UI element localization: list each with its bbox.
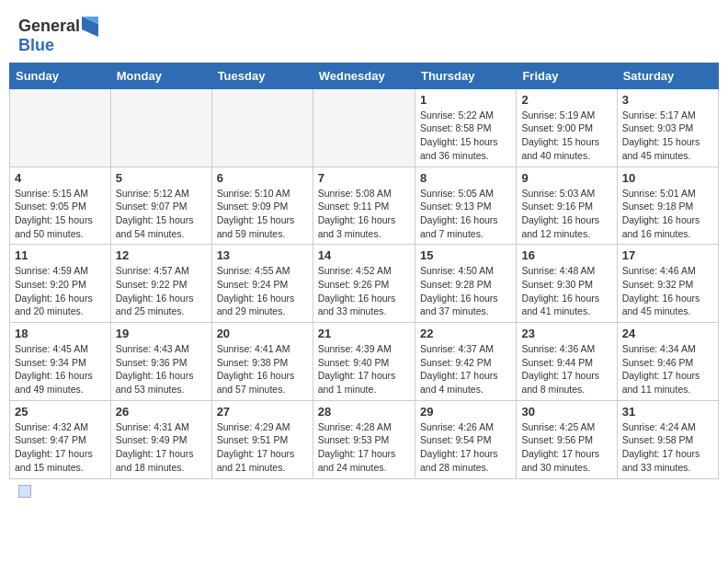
day-number: 31 (622, 405, 713, 419)
day-number: 27 (217, 405, 308, 419)
day-info: Sunrise: 4:37 AM Sunset: 9:42 PM Dayligh… (420, 342, 511, 396)
day-info: Sunrise: 4:29 AM Sunset: 9:51 PM Dayligh… (217, 420, 308, 475)
day-number: 4 (15, 171, 106, 185)
calendar-cell (313, 88, 415, 167)
day-number: 24 (622, 327, 713, 340)
day-info: Sunrise: 4:25 AM Sunset: 9:56 PM Dayligh… (521, 420, 611, 475)
weekday-header-thursday: Thursday (415, 63, 516, 88)
calendar-cell: 5Sunrise: 5:12 AM Sunset: 9:07 PM Daylig… (110, 167, 211, 245)
day-info: Sunrise: 5:19 AM Sunset: 9:00 PM Dayligh… (521, 109, 611, 163)
day-info: Sunrise: 4:41 AM Sunset: 9:38 PM Dayligh… (217, 342, 308, 396)
logo-general: General (18, 17, 80, 36)
day-number: 9 (521, 171, 611, 185)
day-number: 20 (217, 327, 308, 340)
day-info: Sunrise: 4:24 AM Sunset: 9:58 PM Dayligh… (622, 420, 713, 475)
calendar-cell: 7Sunrise: 5:08 AM Sunset: 9:11 PM Daylig… (313, 167, 415, 245)
day-number: 29 (420, 405, 511, 419)
day-number: 13 (217, 248, 308, 262)
calendar-cell: 8Sunrise: 5:05 AM Sunset: 9:13 PM Daylig… (415, 167, 516, 245)
logo-icon (82, 17, 98, 37)
calendar-cell: 10Sunrise: 5:01 AM Sunset: 9:18 PM Dayli… (617, 167, 718, 245)
calendar-cell: 17Sunrise: 4:46 AM Sunset: 9:32 PM Dayli… (617, 245, 718, 323)
day-info: Sunrise: 5:03 AM Sunset: 9:16 PM Dayligh… (521, 187, 611, 241)
day-number: 16 (521, 248, 611, 262)
day-number: 21 (318, 327, 410, 340)
day-info: Sunrise: 4:57 AM Sunset: 9:22 PM Dayligh… (116, 264, 207, 318)
day-info: Sunrise: 4:31 AM Sunset: 9:49 PM Dayligh… (116, 420, 207, 475)
day-info: Sunrise: 4:34 AM Sunset: 9:46 PM Dayligh… (622, 342, 713, 396)
calendar-cell: 2Sunrise: 5:19 AM Sunset: 9:00 PM Daylig… (517, 88, 617, 167)
calendar-cell (10, 88, 111, 167)
day-number: 6 (217, 171, 308, 185)
day-number: 15 (420, 248, 511, 262)
day-info: Sunrise: 4:59 AM Sunset: 9:20 PM Dayligh… (15, 264, 106, 318)
calendar-cell: 24Sunrise: 4:34 AM Sunset: 9:46 PM Dayli… (617, 323, 718, 401)
day-number: 17 (622, 248, 713, 262)
week-row-5: 25Sunrise: 4:32 AM Sunset: 9:47 PM Dayli… (10, 400, 719, 478)
calendar-cell: 29Sunrise: 4:26 AM Sunset: 9:54 PM Dayli… (415, 400, 516, 478)
calendar-cell: 19Sunrise: 4:43 AM Sunset: 9:36 PM Dayli… (110, 323, 211, 401)
weekday-header-monday: Monday (110, 63, 211, 88)
day-info: Sunrise: 4:45 AM Sunset: 9:34 PM Dayligh… (15, 342, 106, 396)
logo: General Blue (18, 17, 98, 55)
week-row-1: 1Sunrise: 5:22 AM Sunset: 8:58 PM Daylig… (10, 88, 719, 167)
calendar-cell (110, 88, 211, 167)
day-number: 23 (521, 327, 611, 340)
day-number: 5 (116, 171, 207, 185)
weekday-header-sunday: Sunday (10, 63, 111, 88)
calendar-table: SundayMondayTuesdayWednesdayThursdayFrid… (9, 63, 719, 479)
day-info: Sunrise: 4:50 AM Sunset: 9:28 PM Dayligh… (420, 264, 511, 318)
calendar-cell: 26Sunrise: 4:31 AM Sunset: 9:49 PM Dayli… (110, 400, 211, 478)
footer (9, 479, 719, 498)
calendar-cell: 25Sunrise: 4:32 AM Sunset: 9:47 PM Dayli… (10, 400, 111, 478)
day-info: Sunrise: 5:05 AM Sunset: 9:13 PM Dayligh… (420, 187, 511, 241)
day-number: 11 (15, 248, 106, 262)
day-info: Sunrise: 5:22 AM Sunset: 8:58 PM Dayligh… (420, 109, 511, 163)
day-number: 30 (521, 405, 611, 419)
day-number: 22 (420, 327, 511, 340)
day-info: Sunrise: 5:12 AM Sunset: 9:07 PM Dayligh… (116, 187, 207, 241)
day-info: Sunrise: 4:48 AM Sunset: 9:30 PM Dayligh… (521, 264, 611, 318)
day-number: 1 (420, 93, 511, 107)
calendar-cell: 4Sunrise: 5:15 AM Sunset: 9:05 PM Daylig… (10, 167, 111, 245)
calendar-cell: 27Sunrise: 4:29 AM Sunset: 9:51 PM Dayli… (211, 400, 313, 478)
day-info: Sunrise: 5:10 AM Sunset: 9:09 PM Dayligh… (217, 187, 308, 241)
calendar-cell: 3Sunrise: 5:17 AM Sunset: 9:03 PM Daylig… (617, 88, 718, 167)
day-number: 2 (521, 93, 611, 107)
calendar-cell: 14Sunrise: 4:52 AM Sunset: 9:26 PM Dayli… (313, 245, 415, 323)
day-info: Sunrise: 5:17 AM Sunset: 9:03 PM Dayligh… (622, 109, 713, 163)
day-number: 26 (116, 405, 207, 419)
day-number: 3 (622, 93, 713, 107)
day-info: Sunrise: 5:01 AM Sunset: 9:18 PM Dayligh… (622, 187, 713, 241)
day-info: Sunrise: 4:46 AM Sunset: 9:32 PM Dayligh… (622, 264, 713, 318)
week-row-4: 18Sunrise: 4:45 AM Sunset: 9:34 PM Dayli… (10, 323, 719, 401)
calendar-cell: 9Sunrise: 5:03 AM Sunset: 9:16 PM Daylig… (517, 167, 617, 245)
calendar-cell: 18Sunrise: 4:45 AM Sunset: 9:34 PM Dayli… (10, 323, 111, 401)
calendar-cell: 12Sunrise: 4:57 AM Sunset: 9:22 PM Dayli… (110, 245, 211, 323)
day-info: Sunrise: 4:39 AM Sunset: 9:40 PM Dayligh… (318, 342, 410, 396)
calendar-cell: 6Sunrise: 5:10 AM Sunset: 9:09 PM Daylig… (211, 167, 313, 245)
daylight-legend-box (18, 485, 31, 498)
day-info: Sunrise: 4:28 AM Sunset: 9:53 PM Dayligh… (318, 420, 410, 475)
calendar-cell: 13Sunrise: 4:55 AM Sunset: 9:24 PM Dayli… (211, 245, 313, 323)
calendar-cell (211, 88, 313, 167)
day-number: 12 (116, 248, 207, 262)
header: General Blue (9, 9, 719, 59)
week-row-3: 11Sunrise: 4:59 AM Sunset: 9:20 PM Dayli… (10, 245, 719, 323)
day-info: Sunrise: 4:55 AM Sunset: 9:24 PM Dayligh… (217, 264, 308, 318)
weekday-header-wednesday: Wednesday (313, 63, 415, 88)
day-number: 14 (318, 248, 410, 262)
calendar-cell: 30Sunrise: 4:25 AM Sunset: 9:56 PM Dayli… (517, 400, 617, 478)
day-info: Sunrise: 4:36 AM Sunset: 9:44 PM Dayligh… (521, 342, 611, 396)
calendar-cell: 22Sunrise: 4:37 AM Sunset: 9:42 PM Dayli… (415, 323, 516, 401)
calendar-cell: 21Sunrise: 4:39 AM Sunset: 9:40 PM Dayli… (313, 323, 415, 401)
calendar-cell: 23Sunrise: 4:36 AM Sunset: 9:44 PM Dayli… (517, 323, 617, 401)
week-row-2: 4Sunrise: 5:15 AM Sunset: 9:05 PM Daylig… (10, 167, 719, 245)
calendar-cell: 15Sunrise: 4:50 AM Sunset: 9:28 PM Dayli… (415, 245, 516, 323)
day-info: Sunrise: 5:08 AM Sunset: 9:11 PM Dayligh… (318, 187, 410, 241)
day-info: Sunrise: 4:52 AM Sunset: 9:26 PM Dayligh… (318, 264, 410, 318)
day-info: Sunrise: 4:32 AM Sunset: 9:47 PM Dayligh… (15, 420, 106, 475)
calendar-cell: 11Sunrise: 4:59 AM Sunset: 9:20 PM Dayli… (10, 245, 111, 323)
calendar-cell: 28Sunrise: 4:28 AM Sunset: 9:53 PM Dayli… (313, 400, 415, 478)
calendar-cell: 1Sunrise: 5:22 AM Sunset: 8:58 PM Daylig… (415, 88, 516, 167)
